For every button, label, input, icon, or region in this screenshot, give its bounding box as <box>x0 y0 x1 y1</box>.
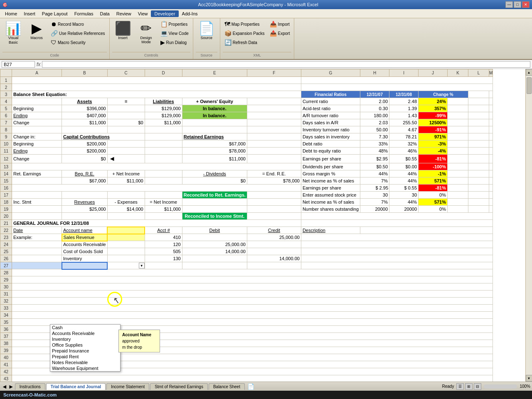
cell-k7[interactable] <box>448 119 468 126</box>
cell-d9[interactable] <box>145 133 182 140</box>
cell-c12[interactable]: ◄ <box>107 155 145 163</box>
cell-k16[interactable] <box>448 185 468 192</box>
cell-d24[interactable]: 120 <box>145 241 182 248</box>
col-header-l[interactable]: L <box>468 69 489 77</box>
tab-trial-balance[interactable]: Trial Balance and Journal <box>46 383 106 390</box>
menu-developer[interactable]: Developer <box>151 10 178 17</box>
cell-f24[interactable] <box>247 241 301 248</box>
cell-i15[interactable]: 44% <box>389 177 419 185</box>
cell-d19[interactable]: $11,000 <box>145 206 182 213</box>
ribbon-export[interactable]: 📤 Export <box>268 29 292 37</box>
cell-c19[interactable]: $14,000 <box>107 206 145 213</box>
cell-h17[interactable]: 30 <box>360 192 389 199</box>
cell-a27[interactable] <box>12 262 62 269</box>
cell-k17[interactable] <box>448 192 468 199</box>
tab-instructions[interactable]: Instructions <box>15 383 45 390</box>
cell-j17[interactable]: 0% <box>419 192 448 199</box>
menu-home[interactable]: Home <box>2 10 20 17</box>
cell-j7[interactable]: 12500% <box>419 119 448 126</box>
cell-d15[interactable] <box>145 177 182 185</box>
cell-k6[interactable] <box>448 112 468 119</box>
cell-m5[interactable] <box>489 105 493 112</box>
ribbon-view-code[interactable]: 💻 View Code <box>159 29 190 37</box>
cell-c25[interactable] <box>107 248 145 255</box>
cell-i12[interactable]: $0.55 <box>389 155 419 163</box>
col-header-e[interactable]: E <box>182 69 247 77</box>
account-dropdown[interactable]: Cash Accounts Receivable Inventory Offic… <box>50 324 121 372</box>
cell-m8[interactable] <box>489 126 493 133</box>
cell-g26[interactable] <box>301 255 493 262</box>
col-header-m[interactable]: M <box>489 69 493 77</box>
cell-e6[interactable]: In balance. <box>182 112 247 119</box>
cell-d4[interactable]: Liabilities <box>145 98 182 105</box>
cell-a9[interactable]: Change in: <box>12 133 62 140</box>
ribbon-run-dialog[interactable]: ▶ Run Dialog <box>159 38 190 47</box>
cell-g18[interactable]: Net income as % of sales <box>301 199 360 206</box>
cell-j12[interactable]: -81% <box>419 155 448 163</box>
cell-i11[interactable]: 46% <box>389 148 419 155</box>
cell-c11[interactable] <box>107 148 145 155</box>
cell-c18[interactable]: - Expenses <box>107 199 145 206</box>
tab-income-statement[interactable]: Income Statement <box>106 383 149 390</box>
cell-m12[interactable] <box>489 155 493 163</box>
cell-d22[interactable]: Acct # <box>145 227 182 234</box>
cell-h22[interactable] <box>360 227 493 234</box>
cell-29[interactable] <box>12 276 493 283</box>
cell-m3[interactable] <box>489 91 493 98</box>
menu-pagelayout[interactable]: Page Layout <box>39 10 71 17</box>
cell-j3[interactable]: Change % <box>419 91 468 98</box>
cell-b26[interactable]: Inventory <box>62 255 108 262</box>
cell-g4[interactable]: Current ratio <box>301 98 360 105</box>
cell-f14[interactable]: = End. R.E. <box>247 170 301 177</box>
cell-k4[interactable] <box>448 98 468 105</box>
cell-b18[interactable]: Revenues <box>62 199 108 206</box>
cell-d25[interactable]: 505 <box>145 248 182 255</box>
cell-c4[interactable]: = <box>107 98 145 105</box>
cell-j16[interactable]: -81% <box>419 185 448 192</box>
ribbon-macro-security[interactable]: 🛡 Macro Security <box>49 38 107 47</box>
tab-balance-sheet[interactable]: Balance Sheet <box>209 383 245 390</box>
cell-l7[interactable] <box>468 119 489 126</box>
vertical-scrollbar[interactable]: ▲ ▼ <box>525 69 532 382</box>
sheet-nav-next[interactable]: ► <box>8 383 14 390</box>
cell-f5[interactable] <box>247 105 301 112</box>
cell-h4[interactable]: 2.00 <box>360 98 389 105</box>
cell-d27[interactable] <box>145 262 182 269</box>
cell-m19[interactable] <box>489 206 493 213</box>
cell-b9[interactable]: Capital Contributions <box>62 133 145 140</box>
cell-a18[interactable]: Inc. Stmt <box>12 199 62 206</box>
cell-i3[interactable]: 12/31/08 <box>389 91 419 98</box>
cell-g24[interactable] <box>301 241 493 248</box>
cell-m17[interactable] <box>489 192 493 199</box>
cell-l9[interactable] <box>468 133 489 140</box>
col-header-g[interactable]: G <box>301 69 360 77</box>
cell-j6[interactable]: -99% <box>419 112 448 119</box>
cell-e22[interactable]: Debit <box>182 227 247 234</box>
name-box[interactable] <box>2 61 35 68</box>
cell-a6[interactable]: Ending <box>12 112 62 119</box>
cell-b6[interactable]: $407,000 <box>62 112 108 119</box>
col-header-j[interactable]: J <box>419 69 448 77</box>
cell-j14[interactable]: -1% <box>419 170 448 177</box>
cell-f11[interactable] <box>247 148 301 155</box>
close-button[interactable]: ✕ <box>522 1 530 8</box>
cell-e23[interactable] <box>182 234 247 241</box>
cell-d6[interactable]: $129,000 <box>145 112 182 119</box>
cell-a16[interactable] <box>12 185 301 192</box>
cell-l18[interactable] <box>468 199 489 206</box>
cell-g2[interactable] <box>301 84 493 91</box>
cell-e5[interactable]: In balance. <box>182 105 247 112</box>
cell-h7[interactable]: 2.03 <box>360 119 389 126</box>
sheet-nav-prev[interactable]: ◄ <box>2 383 7 390</box>
cell-h15[interactable]: 7% <box>360 177 389 185</box>
cell-d5[interactable]: $129,000 <box>145 105 182 112</box>
cell-31[interactable] <box>12 291 493 298</box>
cell-f4[interactable] <box>247 98 301 105</box>
cell-a2[interactable] <box>12 84 301 91</box>
cell-c8[interactable] <box>107 126 145 133</box>
menu-insert[interactable]: Insert <box>20 10 39 17</box>
cell-30[interactable] <box>12 283 493 291</box>
ribbon-design-mode[interactable]: ✏ DesignMode <box>135 20 157 46</box>
cell-c23[interactable] <box>107 234 145 241</box>
cell-e25[interactable]: 14,000.00 <box>182 248 247 255</box>
